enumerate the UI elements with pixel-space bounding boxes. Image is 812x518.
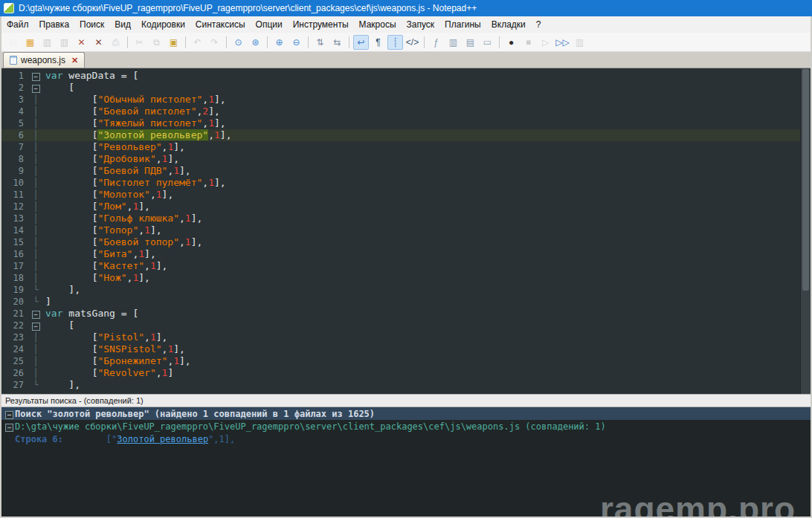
scrollbar-thumb[interactable] (802, 69, 809, 291)
code-line-17[interactable]: 17│ ["Кастет",1], (1, 260, 800, 272)
zoom-out-icon[interactable]: ⊖ (289, 35, 304, 50)
fold-collapse-icon[interactable]: − (30, 320, 42, 331)
code-line-22[interactable]: 22− [ (1, 320, 800, 331)
run-macro-multiple-times-icon[interactable]: ▷▷ (555, 35, 570, 50)
tab-weapons-js[interactable]: weapons.js ✕ (3, 52, 85, 68)
editor-vertical-scrollbar[interactable] (800, 68, 811, 394)
toolbar-separator (127, 36, 128, 48)
stop-recording-icon[interactable]: ■ (521, 35, 536, 50)
define-language-icon[interactable]: </> (405, 35, 420, 50)
menu-macro[interactable]: Макросы (354, 17, 402, 32)
code-line-4[interactable]: 4│ ["Боевой пистолет",2], (1, 106, 800, 117)
menu-language[interactable]: Синтаксисы (190, 17, 251, 32)
code-line-18[interactable]: 18│ ["Нож",1], (1, 272, 800, 284)
code-line-13[interactable]: 13│ ["Гольф клюшка",1], (1, 213, 800, 224)
word-wrap-icon[interactable]: ↩ (353, 35, 369, 50)
code-line-27[interactable]: 27└ ], (1, 379, 800, 391)
folder-as-workspace-icon[interactable]: ▭ (480, 35, 495, 50)
hit-match-link[interactable]: Золотой револьвер (117, 433, 208, 445)
code-line-6[interactable]: 6│ ["Золотой револьвер",1], (1, 129, 800, 141)
code-line-1[interactable]: 1−var weapData = [ (1, 70, 800, 82)
fold-guide: │ (30, 141, 42, 153)
hit-code-pre: [" (106, 433, 117, 445)
code-line-20[interactable]: 20└] (1, 296, 800, 308)
close-all-icon[interactable]: ✕ (91, 35, 106, 50)
playback-macro-icon[interactable]: ▷ (538, 35, 553, 50)
fold-collapse-icon[interactable]: − (30, 82, 42, 94)
search-results-title-bar[interactable]: Результаты поиска - (совпадений: 1) (1, 394, 811, 407)
code-line-7[interactable]: 7│ ["Револьвер",1], (1, 141, 800, 153)
menu-view[interactable]: Вид (109, 17, 136, 32)
fold-collapse-icon[interactable]: − (30, 308, 42, 320)
code-line-11[interactable]: 11│ ["Молоток",1], (1, 189, 800, 201)
code-line-25[interactable]: 25│ ["Бронежилет",1], (1, 355, 800, 367)
tab-close-icon[interactable]: ✕ (71, 56, 78, 65)
line-number: 22 (1, 320, 30, 331)
code-text: ] (42, 296, 51, 308)
find-icon[interactable]: ⊙ (231, 35, 246, 50)
title-bar: D:\gta\чужие сборки\FiveUP_ragemppro\Fiv… (0, 0, 812, 16)
code-line-9[interactable]: 9│ ["Боевой ПДВ",1], (1, 165, 800, 177)
code-line-21[interactable]: 21−var matsGang = [ (1, 308, 800, 320)
sync-scroll-vertical-icon[interactable]: ⇅ (312, 35, 328, 50)
code-line-23[interactable]: 23│ ["Pistol",1], (1, 331, 800, 343)
paste-icon[interactable]: ▣ (166, 35, 181, 50)
menu-plugins[interactable]: Плагины (439, 17, 486, 32)
line-number: 3 (1, 94, 30, 106)
code-line-8[interactable]: 8│ ["Дробовик",1], (1, 153, 800, 165)
save-all-icon[interactable]: ▥ (57, 35, 72, 50)
function-list-icon[interactable]: ƒ (428, 35, 444, 50)
indent-guide-icon[interactable]: ┊ (387, 35, 403, 50)
fold-guide: │ (30, 165, 42, 177)
code-line-24[interactable]: 24│ ["SNSPistol",1], (1, 343, 800, 355)
menu-run[interactable]: Запуск (402, 17, 440, 32)
menu-search[interactable]: Поиск (74, 17, 109, 32)
close-file-icon[interactable]: ✕ (74, 35, 89, 50)
code-line-12[interactable]: 12│ ["Лом",1], (1, 201, 800, 213)
code-line-2[interactable]: 2− [ (1, 82, 800, 94)
record-macro-icon[interactable]: ● (503, 35, 519, 50)
new-file-icon[interactable]: ▤ (5, 35, 21, 50)
code-line-15[interactable]: 15│ ["Боевой топор",1], (1, 236, 800, 248)
code-text: ["Revolver",1] (42, 367, 173, 379)
code-area[interactable]: 1−var weapData = [2− [3│ ["Обычный писто… (1, 68, 800, 394)
code-text: ["Нож",1], (42, 272, 150, 284)
menu-file[interactable]: Файл (1, 17, 34, 32)
print-icon[interactable]: ⎙ (108, 35, 123, 50)
menu-help[interactable]: ? (531, 17, 547, 32)
fold-guide: │ (30, 367, 42, 379)
menu-edit[interactable]: Правка (34, 17, 75, 32)
replace-icon[interactable]: ⊛ (248, 35, 263, 50)
menu-encoding[interactable]: Кодировки (136, 17, 190, 32)
show-all-characters-icon[interactable]: ¶ (370, 35, 386, 50)
code-line-14[interactable]: 14│ ["Топор",1], (1, 224, 800, 236)
save-file-icon[interactable]: ▥ (39, 35, 55, 50)
save-macro-icon[interactable]: ▥ (572, 35, 587, 50)
code-line-26[interactable]: 26│ ["Revolver",1] (1, 367, 800, 379)
copy-icon[interactable]: ⧉ (149, 35, 164, 50)
sync-scroll-horizontal-icon[interactable]: ⇆ (329, 35, 345, 50)
fold-collapse-icon[interactable]: − (30, 70, 42, 82)
menu-tools[interactable]: Инструменты (288, 17, 354, 32)
toolbar-separator (185, 36, 186, 48)
menu-tabs[interactable]: Вкладки (486, 17, 531, 32)
collapse-file-icon[interactable]: − (1, 421, 15, 433)
search-results-summary-row[interactable]: − Поиск "золотой револьвер" (найдено 1 с… (1, 407, 811, 420)
open-file-icon[interactable]: ▦ (22, 35, 38, 50)
zoom-in-icon[interactable]: ⊕ (271, 35, 287, 50)
search-result-hit-row[interactable]: Строка 6: ["Золотой револьвер",1], (1, 433, 811, 445)
code-line-16[interactable]: 16│ ["Бита",1], (1, 248, 800, 260)
document-list-icon[interactable]: ▤ (463, 35, 478, 50)
code-line-3[interactable]: 3│ ["Обычный пистолет",1], (1, 94, 800, 106)
code-line-5[interactable]: 5│ ["Тяжелый пистолет",1], (1, 117, 800, 129)
code-line-19[interactable]: 19└ ], (1, 284, 800, 296)
redo-icon[interactable]: ↷ (207, 35, 222, 50)
editor[interactable]: 1−var weapData = [2− [3│ ["Обычный писто… (1, 68, 811, 394)
code-line-10[interactable]: 10│ ["Пистолет пулемёт",1], (1, 177, 800, 189)
menu-settings[interactable]: Опции (251, 17, 288, 32)
collapse-search-icon[interactable]: − (1, 408, 15, 420)
undo-icon[interactable]: ↶ (190, 35, 205, 50)
document-map-icon[interactable]: ▥ (445, 35, 461, 50)
cut-icon[interactable]: ✂ (132, 35, 147, 50)
search-results-file-row[interactable]: − D:\gta\чужие сборки\FiveUP_ragemppro\F… (1, 420, 811, 433)
